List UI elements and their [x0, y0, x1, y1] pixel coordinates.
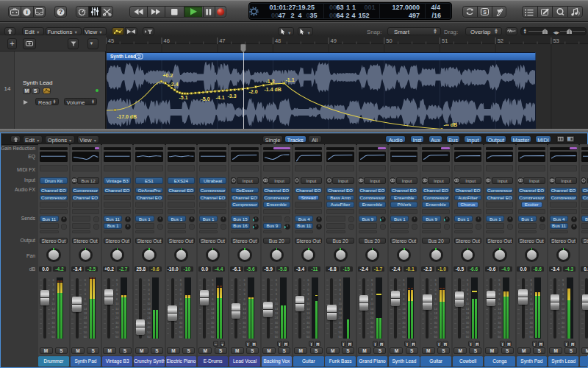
svg-text:-1.3: -1.3: [266, 79, 275, 84]
svg-text:49: 49: [331, 37, 337, 43]
svg-text:-5.0: -5.0: [201, 96, 210, 102]
svg-text:S: S: [483, 10, 487, 15]
svg-text:53: 53: [553, 37, 559, 43]
svg-text:-2.0: -2.0: [249, 89, 258, 94]
svg-text:Synth Lead: Synth Lead: [110, 54, 136, 60]
svg-text:-4.1: -4.1: [216, 95, 225, 100]
svg-text:-∞ dB: -∞ dB: [443, 122, 457, 127]
svg-text:+0.2: +0.2: [163, 73, 173, 78]
svg-text:-1.1: -1.1: [286, 77, 295, 82]
svg-text:-17.0 dB: -17.0 dB: [117, 114, 137, 119]
svg-text:-5.1: -5.1: [179, 95, 188, 100]
svg-text:52: 52: [498, 37, 503, 43]
svg-text:?: ?: [59, 8, 62, 15]
svg-text:-3.3: -3.3: [228, 93, 237, 99]
svg-text:47: 47: [219, 37, 225, 43]
svg-text:i: i: [26, 9, 27, 15]
svg-text:-2.4: -2.4: [170, 82, 179, 87]
svg-text:45: 45: [108, 37, 114, 43]
svg-text:48: 48: [275, 37, 281, 43]
svg-text:46: 46: [164, 37, 170, 43]
svg-text:51: 51: [442, 37, 448, 43]
svg-text:50: 50: [386, 37, 392, 43]
svg-text:-1.4 dB: -1.4 dB: [265, 87, 282, 92]
